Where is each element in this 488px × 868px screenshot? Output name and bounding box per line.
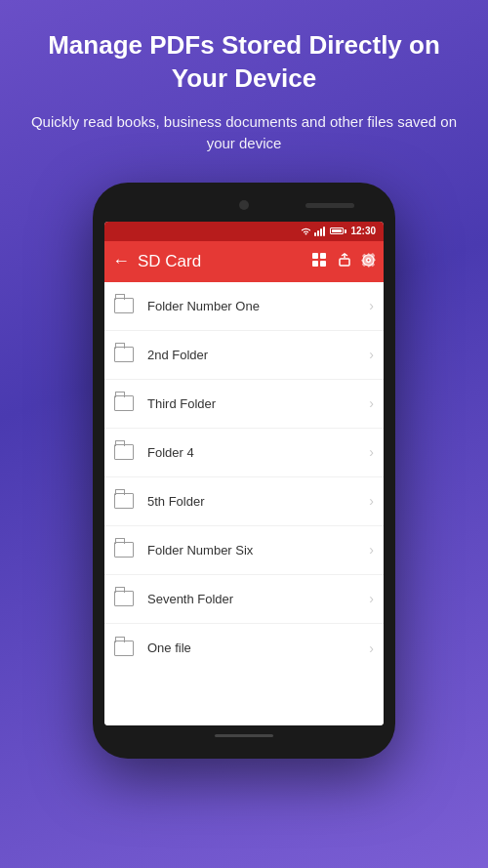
folder-icon [114, 641, 134, 656]
file-item-name: Folder 4 [147, 445, 369, 460]
file-item-name: Folder Number Six [147, 543, 369, 558]
list-item[interactable]: 5th Folder› [104, 477, 384, 526]
svg-rect-1 [320, 253, 326, 259]
main-title: Manage PDFs Stored Directly on Your Devi… [29, 29, 459, 96]
header-section: Manage PDFs Stored Directly on Your Devi… [0, 0, 488, 165]
file-item-name: Folder Number One [147, 299, 369, 313]
toolbar-settings-icon[interactable] [361, 253, 376, 270]
folder-icon [114, 347, 134, 362]
list-item[interactable]: 2nd Folder› [104, 331, 384, 380]
svg-rect-2 [312, 261, 318, 267]
file-item-name: Third Folder [147, 396, 369, 411]
chevron-right-icon: › [369, 347, 374, 362]
list-item[interactable]: Third Folder› [104, 380, 384, 429]
folder-icon [114, 591, 134, 606]
status-icons: 12:30 [301, 226, 376, 236]
phone-top-bar [104, 194, 384, 222]
file-item-name: 2nd Folder [147, 348, 369, 362]
list-item[interactable]: Folder 4› [104, 429, 384, 477]
folder-icon [114, 493, 134, 509]
toolbar-list-icon[interactable] [312, 253, 328, 269]
svg-rect-0 [312, 253, 318, 259]
chevron-right-icon: › [369, 542, 374, 558]
main-subtitle: Quickly read books, business documents a… [29, 111, 459, 155]
phone-camera [239, 200, 249, 210]
chevron-right-icon: › [369, 444, 374, 460]
phone-screen: 12:30 ← SD Card [104, 222, 384, 725]
battery-fill [332, 229, 342, 232]
toolbar-actions [312, 253, 376, 270]
back-button[interactable]: ← [112, 251, 130, 271]
status-time: 12:30 [350, 226, 376, 236]
phone-mockup: 12:30 ← SD Card [93, 183, 395, 759]
home-indicator [215, 734, 273, 737]
list-item[interactable]: Folder Number Six› [104, 526, 384, 575]
list-item[interactable]: One file› [104, 624, 384, 673]
chevron-right-icon: › [369, 493, 374, 509]
svg-rect-3 [320, 261, 326, 267]
battery-icon [330, 227, 344, 234]
phone-body: 12:30 ← SD Card [93, 183, 395, 759]
list-item[interactable]: Folder Number One› [104, 282, 384, 331]
app-toolbar: ← SD Card [104, 241, 384, 282]
phone-bottom-bar [104, 725, 384, 747]
file-item-name: One file [147, 641, 369, 655]
chevron-right-icon: › [369, 395, 374, 411]
svg-point-7 [368, 259, 370, 261]
phone-speaker [305, 203, 354, 208]
file-list: Folder Number One›2nd Folder›Third Folde… [104, 282, 384, 725]
folder-icon [114, 444, 134, 460]
chevron-right-icon: › [369, 298, 374, 313]
signal-icon [314, 227, 325, 236]
file-item-name: Seventh Folder [147, 592, 369, 606]
chevron-right-icon: › [369, 591, 374, 606]
chevron-right-icon: › [369, 641, 374, 656]
toolbar-title: SD Card [138, 252, 312, 271]
svg-rect-4 [340, 259, 349, 266]
folder-icon [114, 395, 134, 411]
status-bar: 12:30 [104, 222, 384, 241]
toolbar-upload-icon[interactable] [338, 253, 351, 269]
folder-icon [114, 298, 134, 313]
list-item[interactable]: Seventh Folder› [104, 575, 384, 624]
folder-icon [114, 542, 134, 558]
wifi-icon [301, 227, 311, 235]
file-item-name: 5th Folder [147, 494, 369, 509]
